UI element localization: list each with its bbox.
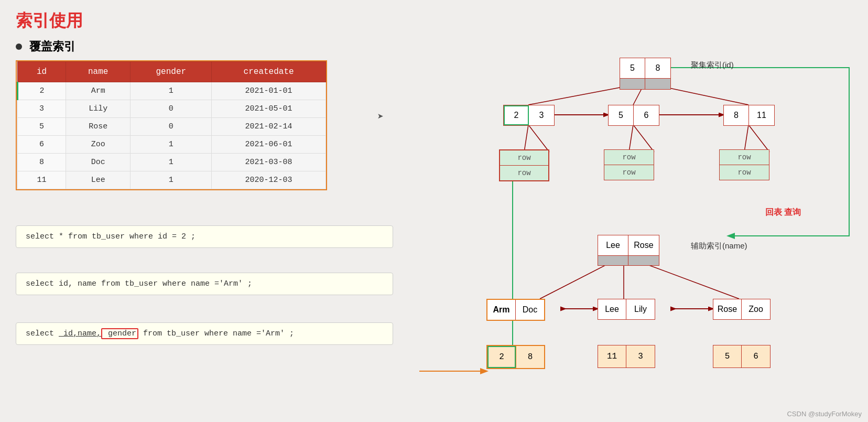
cell-id: 6 [18, 136, 66, 154]
cell-createdate: 2020-12-03 [212, 171, 326, 189]
cell-name: Arm [66, 82, 130, 100]
cell-gender: 0 [131, 100, 212, 118]
table-row: 6Zoo12021-06-01 [18, 136, 326, 154]
cell-gender: 1 [131, 171, 212, 189]
cluster-root-cell-5: 5 [620, 58, 645, 78]
cell-id: 8 [18, 154, 66, 171]
table-row: 3Lily02021-05-01 [18, 100, 326, 118]
table-row: 11Lee12020-12-03 [18, 171, 326, 189]
bullet-icon [16, 44, 22, 50]
aux-l2-mid-lily: Lily [626, 299, 655, 319]
svg-line-4 [528, 125, 549, 152]
watermark: CSDN @studyForMokey [787, 410, 862, 418]
cluster-l2-left: 2 3 [503, 105, 555, 126]
aux-l2-right: Rose Zoo [713, 299, 771, 320]
back-query-label: 回表 查询 [765, 207, 801, 218]
data-table: id name gender createdate 2Arm12021-01-0… [17, 61, 326, 189]
sql-box-3: select _id,name, gender from tb_user whe… [16, 322, 393, 345]
sql-box-1: select * from tb_user where id = 2 ; [16, 225, 393, 248]
svg-line-5 [629, 125, 633, 152]
cluster-l2-left-cell-2: 2 [504, 105, 529, 125]
data-table-area: id name gender createdate 2Arm12021-01-0… [16, 60, 327, 193]
aux-leaf-right-6: 6 [742, 345, 770, 367]
cluster-leaf-mid: row row [604, 149, 654, 180]
cluster-l2-left-cell-3: 3 [529, 105, 554, 125]
cell-gender: 0 [131, 118, 212, 136]
table-outline: id name gender createdate 2Arm12021-01-0… [16, 60, 327, 190]
svg-line-6 [633, 125, 654, 152]
cluster-l2-right-cell-8: 8 [724, 105, 749, 125]
cell-createdate: 2021-05-01 [212, 100, 326, 118]
aux-leaf-right-5: 5 [713, 345, 742, 367]
cluster-leaf-left: row row [499, 149, 549, 181]
cluster-l2-mid: 5 6 [608, 105, 659, 126]
aux-leaf-right: 5 6 [713, 345, 771, 368]
cell-name: Lee [66, 171, 130, 189]
aux-leaf-mid-3: 3 [626, 345, 655, 367]
aux-leaf-mid-11: 11 [598, 345, 626, 367]
back-query-text: 回表 查询 [765, 208, 801, 217]
cluster-l2-right: 8 11 [723, 105, 775, 126]
svg-line-3 [524, 125, 528, 152]
diagram-area: 5 8 聚集索引(id) 2 3 5 6 8 11 row [419, 31, 854, 419]
aux-label: 辅助索引(name) [691, 241, 747, 250]
aux-leaf-left-2: 2 [487, 346, 516, 368]
cell-name: Zoo [66, 136, 130, 154]
cell-id: 11 [18, 171, 66, 189]
aux-l2-left-arm: Arm [487, 300, 516, 320]
cell-name: Lily [66, 100, 130, 118]
cell-id: 3 [18, 100, 66, 118]
aux-l2-left-doc: Doc [516, 300, 544, 320]
svg-line-7 [744, 125, 748, 152]
col-id: id [18, 62, 66, 82]
cluster-l2-mid-cell-6: 6 [634, 105, 659, 125]
aux-root-node: Lee Rose [598, 235, 659, 266]
aux-l2-left: Arm Doc [486, 299, 545, 321]
sql-text-3b: from tb_user where name ='Arm' ; [138, 329, 294, 338]
sql-text-3a: select [26, 329, 59, 338]
table-row: 2Arm12021-01-01 [18, 82, 326, 100]
cell-name: Doc [66, 154, 130, 171]
section-label: 覆盖索引 [29, 39, 75, 55]
col-gender: gender [131, 62, 212, 82]
cell-createdate: 2021-06-01 [212, 136, 326, 154]
cell-gender: 1 [131, 82, 212, 100]
cell-createdate: 2021-02-14 [212, 118, 326, 136]
cluster-root-node: 5 8 [620, 58, 671, 90]
sql-gender-highlight: gender [101, 328, 138, 339]
table-row: 8Doc12021-03-08 [18, 154, 326, 171]
aux-leaf-mid: 11 3 [598, 345, 655, 368]
cluster-l2-mid-cell-5: 5 [609, 105, 634, 125]
cell-name: Rose [66, 118, 130, 136]
svg-line-8 [748, 125, 769, 152]
cell-gender: 1 [131, 136, 212, 154]
cluster-label: 聚集索引(id) [691, 60, 734, 70]
col-name: name [66, 62, 130, 82]
cell-id: 2 [18, 82, 66, 100]
cell-createdate: 2021-03-08 [212, 154, 326, 171]
col-createdate: createdate [212, 62, 326, 82]
aux-root-cell-rose: Rose [628, 235, 659, 255]
cell-createdate: 2021-01-01 [212, 82, 326, 100]
aux-label-container: 辅助索引(name) [687, 241, 747, 251]
aux-leaf-left: 2 8 [486, 345, 545, 369]
cell-id: 5 [18, 118, 66, 136]
aux-leaf-left-8: 8 [516, 346, 544, 368]
cell-gender: 1 [131, 154, 212, 171]
cursor-icon: ➤ [377, 110, 384, 123]
aux-l2-mid-lee: Lee [598, 299, 626, 319]
table-header-row: id name gender createdate [18, 62, 326, 82]
cluster-leaf-right: row row [719, 149, 769, 180]
sql-underline-id: _id,name, [59, 329, 101, 338]
aux-l2-right-zoo: Zoo [742, 299, 770, 319]
sql-text-1: select * from tb_user where id = 2 ; [26, 232, 196, 241]
cluster-root-cell-8: 8 [645, 58, 670, 78]
table-row: 5Rose02021-02-14 [18, 118, 326, 136]
sql-text-2: select id, name from tb_user where name … [26, 279, 252, 288]
aux-root-cell-lee: Lee [598, 235, 628, 255]
cluster-label-container: 聚集索引(id) [687, 60, 734, 70]
aux-l2-right-rose: Rose [713, 299, 742, 319]
sql-box-2: select id, name from tb_user where name … [16, 273, 393, 295]
cluster-l2-right-cell-11: 11 [749, 105, 774, 125]
aux-l2-mid: Lee Lily [598, 299, 655, 320]
